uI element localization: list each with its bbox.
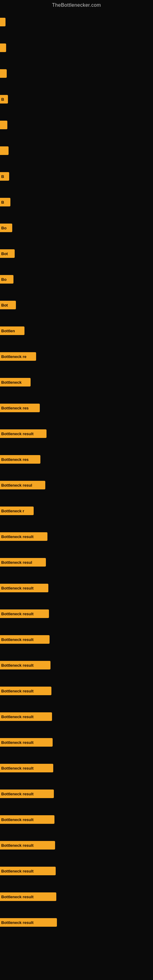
bar-label: Bottleneck resul (0, 558, 46, 566)
list-item: Bot (0, 292, 153, 318)
list-item (0, 35, 153, 60)
bar-label: Bo (0, 224, 12, 232)
bar-label (0, 146, 9, 155)
list-item: Bottleneck res (0, 395, 153, 421)
bar-label: Bottleneck (0, 378, 30, 387)
list-item: Bottleneck re (0, 344, 153, 369)
list-item: Bottleneck result (0, 910, 153, 935)
list-item: Bottleneck result (0, 704, 153, 730)
bar-label: Bottleneck r (0, 506, 33, 515)
bars-container: BBBBoBotBoBotBottlenBottleneck reBottlen… (0, 9, 153, 935)
bar-label: Bottleneck result (0, 918, 57, 927)
list-item: Bo (0, 215, 153, 241)
list-item (0, 138, 153, 164)
list-item: Bottlen (0, 318, 153, 344)
bar-label: Bottleneck result (0, 841, 55, 850)
bar-label: Bottleneck result (0, 430, 46, 438)
bar-label: Bottleneck result (0, 738, 53, 747)
list-item: Bottleneck result (0, 601, 153, 627)
list-item: Bottleneck result (0, 524, 153, 549)
list-item: Bottleneck result (0, 755, 153, 781)
list-item: Bottleneck result (0, 678, 153, 704)
bar-label: B (0, 172, 9, 181)
bar-label: Bottleneck result (0, 867, 56, 875)
bar-label: Bottleneck res (0, 455, 40, 464)
bar-label: Bottleneck result (0, 764, 53, 772)
bar-label: Bottleneck result (0, 892, 56, 901)
list-item: Bo (0, 266, 153, 292)
list-item: Bottleneck res (0, 447, 153, 472)
list-item: Bottleneck result (0, 884, 153, 910)
list-item: B (0, 164, 153, 189)
list-item: Bottleneck result (0, 575, 153, 601)
bar-label: Bottleneck result (0, 789, 54, 798)
list-item: Bottleneck result (0, 858, 153, 884)
bar-label: Bottleneck result (0, 609, 49, 618)
list-item: Bottleneck resul (0, 472, 153, 498)
list-item: Bottleneck result (0, 652, 153, 678)
bar-label: Bottleneck res (0, 404, 40, 412)
bar-label (0, 121, 7, 129)
list-item: Bottleneck (0, 369, 153, 395)
bar-label: Bottleneck result (0, 532, 48, 541)
list-item (0, 60, 153, 86)
bar-label: Bottleneck result (0, 712, 52, 721)
bar-label: Bottleneck result (0, 661, 51, 670)
bar-label: Bottleneck resul (0, 481, 45, 489)
bar-label: Bottleneck result (0, 635, 49, 644)
list-item: Bottleneck result (0, 627, 153, 652)
list-item (0, 112, 153, 138)
list-item: Bottleneck resul (0, 549, 153, 575)
list-item: B (0, 86, 153, 112)
list-item: Bottleneck result (0, 421, 153, 447)
bar-label: Bottleneck result (0, 815, 54, 824)
bar-label (0, 69, 7, 78)
list-item: Bottleneck result (0, 730, 153, 755)
list-item: Bottleneck r (0, 498, 153, 524)
bar-label: Bot (0, 301, 16, 309)
bar-label: B (0, 95, 8, 103)
list-item (0, 9, 153, 35)
list-item: Bot (0, 241, 153, 266)
bar-label: Bot (0, 249, 15, 258)
list-item: Bottleneck result (0, 807, 153, 832)
bar-label: Bottleneck result (0, 687, 51, 695)
bar-label: Bottlen (0, 326, 24, 335)
bar-label (0, 18, 5, 26)
bar-label: Bottleneck re (0, 352, 36, 361)
bar-label (0, 43, 6, 52)
bar-label: B (0, 198, 10, 207)
list-item: Bottleneck result (0, 832, 153, 858)
bar-label: Bo (0, 275, 13, 283)
site-title: TheBottlenecker.com (0, 0, 153, 9)
list-item: Bottleneck result (0, 781, 153, 807)
list-item: B (0, 189, 153, 215)
bar-label: Bottleneck result (0, 584, 48, 592)
